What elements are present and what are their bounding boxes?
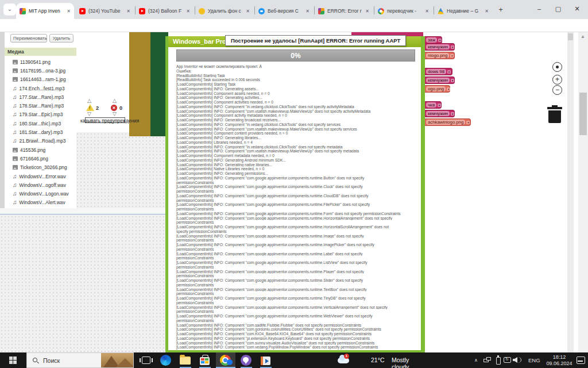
- workspace-scrollbar[interactable]: [567, 32, 574, 352]
- start-button[interactable]: [0, 352, 26, 368]
- block-dark[interactable]: dows 98▾: [425, 68, 452, 75]
- browser-scrollbar[interactable]: ▲: [578, 32, 588, 352]
- tab-close-icon[interactable]: ✕: [485, 9, 489, 14]
- tab-close-icon[interactable]: ✕: [305, 9, 310, 14]
- tab-6[interactable]: ERROR: Error r✕: [315, 3, 373, 19]
- media-file-item[interactable]: 415536.png: [13, 145, 76, 154]
- taskbar-chrome[interactable]: [216, 352, 235, 368]
- media-file-item[interactable]: ♫174.Ench...fest1.mp3: [13, 84, 76, 93]
- media-file-item[interactable]: ♫WindowsV...ogoff.wav: [13, 181, 76, 189]
- log-line: [LoadComponentInfo] Component assets nee…: [176, 91, 420, 96]
- taskbar-movies-tv[interactable]: [256, 352, 276, 368]
- audio-file-icon: ♫: [13, 191, 17, 197]
- audio-file-icon: ♫: [13, 138, 17, 144]
- block-dark[interactable]: чка▾: [425, 101, 442, 109]
- media-file-item[interactable]: ♫WindowsV...Logon.wav: [13, 189, 76, 198]
- media-file-item[interactable]: ♫WindowsV...Error.wav: [13, 172, 76, 181]
- media-file-item[interactable]: ♫181.Star...dary).mp3: [13, 128, 76, 136]
- log-line: [LoadComponentInfo] INFO: Component "com…: [176, 225, 420, 229]
- file-name: 179.Star...Epic).mp3: [20, 112, 63, 117]
- window-minimize-button[interactable]: –: [531, 1, 547, 16]
- block-dropdown-icon[interactable]: ▾: [450, 54, 454, 57]
- block-dropdown-icon[interactable]: ▾: [447, 70, 451, 74]
- block-dark[interactable]: кемчужин▾: [425, 110, 455, 117]
- log-line: [LoadComponentInfo] INFO: Component "com…: [176, 305, 420, 310]
- tab-close-icon[interactable]: ✕: [425, 9, 429, 14]
- media-file-item[interactable]: 16614463...ram-1.jpg: [13, 75, 76, 84]
- audio-file-icon: ♫: [13, 129, 17, 135]
- block-dropdown-icon[interactable]: ▾: [447, 87, 450, 91]
- tab-close-icon[interactable]: ✕: [246, 9, 250, 14]
- media-section-header[interactable]: Медиа: [5, 48, 76, 56]
- tab-close-icon[interactable]: ✕: [186, 9, 190, 14]
- scroll-up-arrow[interactable]: ▲: [581, 34, 585, 39]
- window-close-button[interactable]: ✕: [569, 1, 585, 16]
- block-dropdown-icon[interactable]: ▾: [451, 79, 454, 82]
- image-file-icon: [13, 165, 18, 170]
- block-dark[interactable]: кемчужин▾: [425, 76, 455, 84]
- error-down-arrow[interactable]: ▽: [113, 112, 117, 116]
- media-file-item[interactable]: 11390541.png: [13, 57, 76, 66]
- tab-8[interactable]: Недавние – G✕: [434, 3, 492, 19]
- warning-up-arrow[interactable]: △: [87, 98, 91, 103]
- media-file-item[interactable]: ♫179.Star...Epic).mp3: [13, 110, 76, 119]
- taskbar-microsoft-store[interactable]: [195, 352, 215, 368]
- media-file-item[interactable]: ♫WindowsV...Alert.wav: [13, 198, 76, 207]
- trash-can-icon[interactable]: [547, 105, 562, 124]
- taskbar-clock[interactable]: 18:12 09.06.2024: [544, 352, 574, 368]
- image-file-icon: [13, 77, 18, 82]
- file-explorer-icon: [180, 356, 191, 365]
- media-file-item[interactable]: 16178195...ona-3.jpg: [13, 66, 76, 75]
- tab-close-icon[interactable]: ✕: [365, 9, 369, 14]
- media-file-item[interactable]: 6716646.png: [13, 154, 76, 163]
- taskbar-edge[interactable]: [156, 352, 176, 368]
- progress-dialog: Windows_bar Progress Bar 0% App Inventor…: [165, 36, 425, 352]
- tab-search-button[interactable]: ⌄: [3, 3, 16, 16]
- error-up-arrow[interactable]: △: [113, 98, 117, 103]
- media-file-item[interactable]: ♫178.Star...Rare).mp3: [13, 101, 76, 110]
- block-dropdown-icon[interactable]: ▾: [438, 103, 441, 107]
- media-file-item[interactable]: Ticketicon_30266.png: [13, 163, 76, 172]
- tab-close-icon[interactable]: ✕: [126, 9, 130, 14]
- block-dropdown-icon[interactable]: ▾: [438, 39, 442, 42]
- log-line: permissionConstraints: [176, 256, 420, 260]
- taskbar-file-explorer[interactable]: [176, 352, 195, 368]
- tab-5[interactable]: Веб-версия C✕: [255, 3, 313, 19]
- log-line: [LoadComponentInfo] INFO: Component "in.…: [176, 105, 420, 109]
- media-file-item[interactable]: ♫177.Star...Rare).mp3: [13, 93, 76, 101]
- rename-button[interactable]: Переименовать: [10, 34, 47, 43]
- center-blocks-icon[interactable]: [552, 62, 562, 72]
- file-name: 177.Star...Rare).mp3: [20, 94, 64, 100]
- window-restore-button[interactable]: ▢: [550, 1, 566, 16]
- taskbar-task-view[interactable]: [137, 352, 156, 368]
- scrollbar-thumb[interactable]: [579, 93, 587, 135]
- block-light[interactable]: ogo.png▾: [425, 85, 450, 93]
- show-warnings-label[interactable]: казывать предупреждения: [80, 118, 139, 124]
- viber-icon: [241, 355, 252, 366]
- zoom-out-icon[interactable]: −: [552, 85, 562, 95]
- taskbar-viber[interactable]: [237, 352, 256, 368]
- media-file-item[interactable]: ♫21.Brawl...Road).mp3: [13, 137, 76, 145]
- search-highlight-image[interactable]: [101, 353, 133, 367]
- tab-3[interactable]: (324) Balloon F✕: [136, 3, 194, 19]
- tab-4[interactable]: Удалить фон с✕: [195, 3, 253, 19]
- taskbar-search-input[interactable]: Поиск: [26, 352, 134, 368]
- delete-button[interactable]: Удалить: [49, 34, 74, 43]
- media-file-item[interactable]: ♫180.Star...thic).mp3: [13, 119, 76, 128]
- hidden-icons-chevron[interactable]: ∧: [474, 352, 478, 368]
- tab-title: ERROR: Error r: [327, 8, 362, 14]
- block-dropdown-icon[interactable]: ▾: [451, 112, 454, 116]
- language-indicator[interactable]: ENG: [528, 352, 540, 368]
- zoom-in-icon[interactable]: +: [552, 75, 562, 85]
- block-dark[interactable]: кемчужин▾: [425, 43, 455, 51]
- tab-1[interactable]: MIT App Inven✕: [16, 3, 74, 19]
- block-light[interactable]: achkawinlogo.png▾: [425, 118, 471, 126]
- tab-close-icon[interactable]: ✕: [67, 9, 71, 14]
- warning-down-arrow[interactable]: ▽: [87, 112, 91, 116]
- tab-2[interactable]: (324) YouTube✕: [76, 3, 134, 19]
- block-dropdown-icon[interactable]: ▾: [466, 121, 470, 124]
- block-dropdown-icon[interactable]: ▾: [451, 45, 454, 49]
- block-light[interactable]: nlogo.png▾: [425, 52, 455, 59]
- new-tab-button[interactable]: +: [495, 4, 506, 16]
- tab-7[interactable]: переводчик -✕: [374, 3, 432, 19]
